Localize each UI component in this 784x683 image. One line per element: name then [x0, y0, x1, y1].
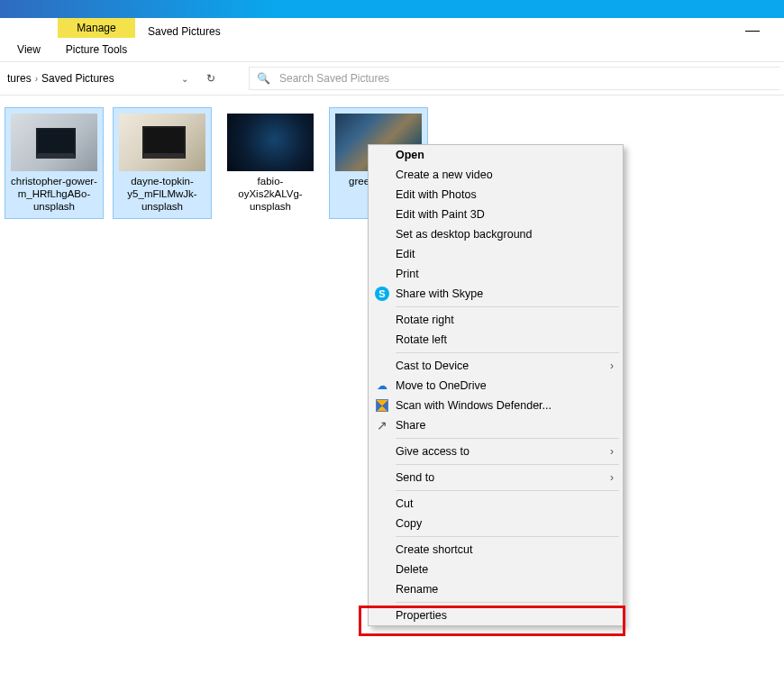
- context-menu-item-delete[interactable]: Delete: [369, 560, 623, 579]
- context-menu-item-give-access[interactable]: Give access to ›: [369, 442, 623, 461]
- context-menu-item-edit-photos[interactable]: Edit with Photos: [369, 185, 623, 205]
- context-menu-separator: [396, 536, 619, 537]
- breadcrumb-part[interactable]: tures: [5, 72, 33, 85]
- context-menu-separator: [396, 438, 619, 439]
- context-menu-item-rotate-left[interactable]: Rotate left: [369, 330, 623, 350]
- shield-icon: [374, 397, 390, 414]
- menu-label: Give access to: [396, 445, 469, 458]
- submenu-arrow-icon: ›: [610, 471, 614, 484]
- file-item[interactable]: fabio-oyXis2kALVg-unsplash: [222, 108, 319, 218]
- submenu-arrow-icon: ›: [610, 445, 614, 458]
- context-menu-item-cut[interactable]: Cut: [369, 494, 623, 514]
- context-menu-separator: [396, 490, 619, 491]
- context-menu-item-onedrive[interactable]: ☁ Move to OneDrive: [369, 376, 623, 396]
- breadcrumb-history-dropdown[interactable]: ⌄: [175, 74, 195, 84]
- address-bar-row: tures › Saved Pictures ⌄ ↻ 🔍 Search Save…: [0, 62, 784, 95]
- context-menu-item-edit-paint3d[interactable]: Edit with Paint 3D: [369, 205, 623, 224]
- context-menu-separator: [396, 602, 619, 603]
- menu-label: Send to: [396, 471, 434, 484]
- context-menu-item-create-video[interactable]: Create a new video: [369, 165, 623, 185]
- context-menu-item-copy[interactable]: Copy: [369, 514, 623, 533]
- cloud-icon: ☁: [374, 378, 390, 394]
- file-thumbnail: [119, 114, 205, 171]
- window-title: Saved Pictures: [144, 18, 739, 61]
- context-menu-item-share[interactable]: Share: [369, 415, 623, 435]
- context-menu-separator: [396, 464, 619, 465]
- context-menu-item-print[interactable]: Print: [369, 264, 623, 284]
- context-menu-separator: [396, 306, 619, 307]
- explorer-window: Manage View Picture Tools Saved Pictures…: [0, 0, 784, 683]
- file-name-label: dayne-topkin-y5_mFlLMwJk-unsplash: [114, 175, 211, 218]
- menu-label: Move to OneDrive: [396, 379, 487, 392]
- refresh-icon: ↻: [206, 72, 215, 85]
- breadcrumb-part[interactable]: Saved Pictures: [40, 72, 116, 85]
- chevron-right-icon[interactable]: ›: [33, 74, 40, 84]
- context-menu-item-share-skype[interactable]: S Share with Skype: [369, 284, 623, 304]
- search-input[interactable]: 🔍 Search Saved Pictures: [249, 67, 780, 90]
- context-menu-item-set-background[interactable]: Set as desktop background: [369, 224, 623, 244]
- file-thumbnail: [11, 114, 97, 171]
- tab-picture-tools[interactable]: Picture Tools: [58, 38, 135, 61]
- file-name-label: christopher-gower-m_HRfLhgABo-unsplash: [5, 175, 103, 218]
- context-menu-item-create-shortcut[interactable]: Create shortcut: [369, 540, 623, 560]
- context-menu: Open Create a new video Edit with Photos…: [368, 144, 624, 626]
- search-icon: 🔍: [257, 72, 270, 85]
- ribbon-tabs-group: Manage View Picture Tools: [0, 18, 144, 61]
- context-menu-item-rotate-right[interactable]: Rotate right: [369, 310, 623, 330]
- file-item[interactable]: dayne-topkin-y5_mFlLMwJk-unsplash: [114, 108, 211, 218]
- context-menu-item-defender[interactable]: Scan with Windows Defender...: [369, 396, 623, 415]
- menu-label: Share with Skype: [396, 287, 483, 300]
- submenu-arrow-icon: ›: [610, 360, 614, 372]
- file-item[interactable]: christopher-gower-m_HRfLhgABo-unsplash: [5, 108, 103, 218]
- ribbon: Manage View Picture Tools Saved Pictures…: [0, 18, 784, 61]
- menu-label: Cast to Device: [396, 360, 469, 372]
- minimize-button[interactable]: —: [739, 23, 766, 61]
- menu-label: Scan with Windows Defender...: [396, 399, 552, 412]
- search-placeholder: Search Saved Pictures: [279, 72, 389, 85]
- context-menu-separator: [396, 352, 619, 353]
- share-icon: [374, 417, 390, 433]
- context-menu-item-send-to[interactable]: Send to ›: [369, 468, 623, 487]
- context-menu-item-cast[interactable]: Cast to Device ›: [369, 356, 623, 376]
- window-controls: —: [739, 18, 784, 61]
- window-chrome-accent: [0, 0, 784, 18]
- context-menu-item-open[interactable]: Open: [369, 145, 623, 165]
- breadcrumb[interactable]: tures › Saved Pictures ⌄: [4, 68, 195, 89]
- context-menu-item-edit[interactable]: Edit: [369, 244, 623, 264]
- refresh-button[interactable]: ↻: [198, 68, 223, 89]
- skype-icon: S: [374, 286, 390, 302]
- file-thumbnail: [227, 114, 314, 171]
- file-name-label: fabio-oyXis2kALVg-unsplash: [222, 175, 319, 218]
- context-menu-item-rename[interactable]: Rename: [369, 579, 623, 599]
- contextual-tab-manage[interactable]: Manage: [58, 18, 135, 38]
- tab-view[interactable]: View: [0, 38, 58, 61]
- menu-label: Share: [396, 419, 425, 432]
- context-menu-item-properties[interactable]: Properties: [369, 606, 623, 625]
